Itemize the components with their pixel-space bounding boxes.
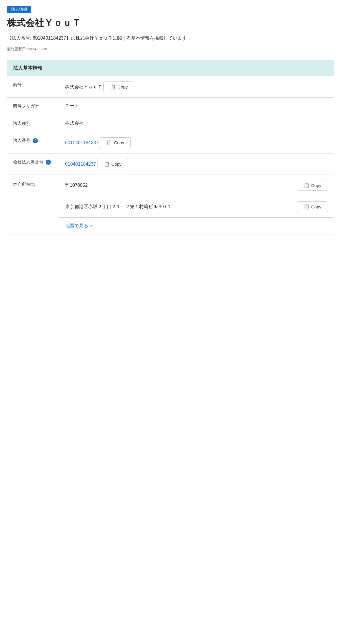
- hojin-bango-link[interactable]: 6010401184237: [65, 140, 99, 145]
- value-furigana: ユート: [59, 98, 334, 115]
- last-updated: 最終更新日: 2024-08-08: [7, 47, 334, 52]
- label-address: 本店所在地: [7, 175, 59, 234]
- section-header: 法人基本情報: [7, 60, 334, 76]
- external-link-icon: ➚: [89, 224, 93, 228]
- copy-kaisha-hojin-bango-button[interactable]: 📋 Copy: [97, 159, 128, 169]
- copy-icon: 📋: [304, 183, 309, 188]
- info-table: 商号 株式会社ＹｏｕＴ 📋 Copy 商号フリガナ ユート 法人種別: [7, 76, 334, 234]
- help-icon-hojin-bango[interactable]: ?: [33, 138, 38, 143]
- address-map-row: 地図で見る ➚: [59, 218, 334, 234]
- copy-hojin-bango-button[interactable]: 📋 Copy: [100, 137, 131, 148]
- label-hojin-bango: 法人番号 ?: [7, 132, 59, 153]
- map-link[interactable]: 地図で見る ➚: [65, 223, 93, 229]
- corporate-info-section: 法人基本情報 商号 株式会社ＹｏｕＴ 📋 Copy 商号フリガナ ユート: [7, 60, 334, 234]
- page-title: 株式会社ＹｏｕＴ: [7, 17, 334, 29]
- value-hojin-shubetsu: 株式会社: [59, 115, 334, 132]
- value-shogo: 株式会社ＹｏｕＴ 📋 Copy: [59, 76, 334, 97]
- address-line-row: 東京都港区赤坂２丁目２１－２第１村嶋ビル３０１ 📋 Copy: [59, 196, 334, 218]
- address-postal-row: 〒1070052 📋 Copy: [59, 175, 334, 196]
- value-kaisha-hojin-bango: 010401184237 📋 Copy: [59, 153, 334, 175]
- copy-address-button[interactable]: 📋 Copy: [297, 201, 328, 212]
- copy-shogo-button[interactable]: 📋 Copy: [103, 82, 134, 92]
- kaisha-hojin-bango-link[interactable]: 010401184237: [65, 162, 96, 166]
- help-icon-kaisha-hojin[interactable]: ?: [46, 160, 51, 165]
- table-row: 会社法人等番号 ? 010401184237 📋 Copy: [7, 153, 334, 175]
- value-hojin-bango: 6010401184237 📋 Copy: [59, 132, 334, 153]
- copy-postal-button[interactable]: 📋 Copy: [297, 180, 328, 191]
- corporate-info-badge: 法人情報: [7, 6, 31, 13]
- copy-icon: 📋: [110, 84, 116, 90]
- label-kaisha-hojin-bango: 会社法人等番号 ?: [7, 153, 59, 175]
- furigana-value: ユート: [65, 103, 79, 108]
- table-row: 商号 株式会社ＹｏｕＴ 📋 Copy: [7, 76, 334, 97]
- label-shogo: 商号: [7, 76, 59, 97]
- postal-value: 〒1070052: [65, 182, 297, 188]
- value-address: 〒1070052 📋 Copy 東京都港区赤坂２丁目２１－２第１村嶋ビル３０１ …: [59, 175, 334, 234]
- table-row: 法人番号 ? 6010401184237 📋 Copy: [7, 132, 334, 153]
- table-row: 本店所在地 〒1070052 📋 Copy 東京都港区赤坂２丁目２１－２第１村嶋…: [7, 175, 334, 234]
- label-hojin-shubetsu: 法人種別: [7, 115, 59, 132]
- table-row: 商号フリガナ ユート: [7, 97, 334, 115]
- shogo-value: 株式会社ＹｏｕＴ: [65, 84, 102, 89]
- copy-icon: 📋: [304, 204, 309, 210]
- label-furigana: 商号フリガナ: [7, 98, 59, 115]
- copy-icon: 📋: [106, 140, 112, 145]
- page-description: 【法人番号: 6010401184237】の株式会社ＹｏｕＴに関する基本情報を掲…: [7, 34, 334, 42]
- address-line-value: 東京都港区赤坂２丁目２１－２第１村嶋ビル３０１: [65, 204, 297, 210]
- hojin-shubetsu-value: 株式会社: [65, 121, 84, 125]
- copy-icon: 📋: [104, 161, 110, 167]
- table-row: 法人種別 株式会社: [7, 115, 334, 132]
